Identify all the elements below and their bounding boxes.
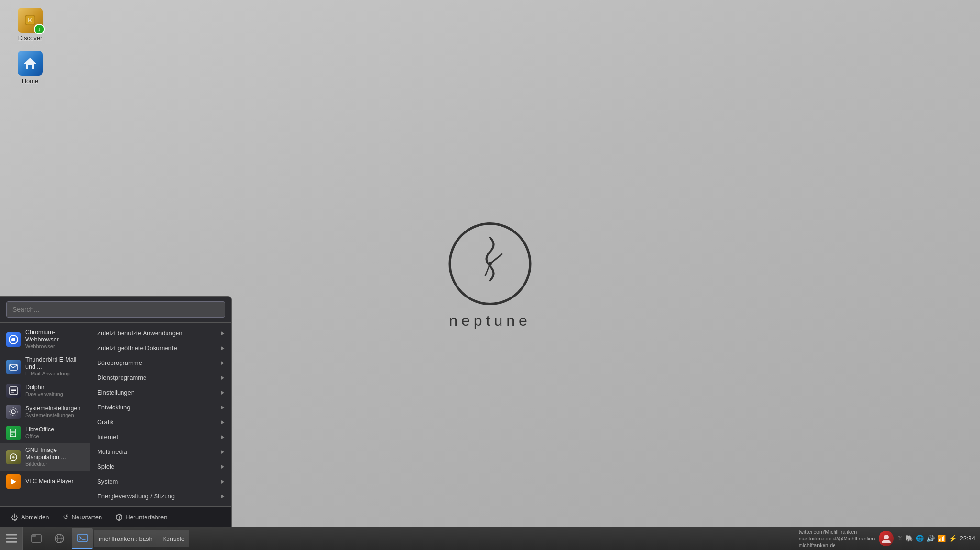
- desktop-icon-home[interactable]: Home: [9, 48, 52, 88]
- svg-point-16: [10, 408, 17, 416]
- dolphin-sub: Dateiverwaltung: [25, 391, 63, 397]
- terminal-label-text: michlfranken : bash — Konsole: [99, 535, 185, 542]
- tray-icons: 𝕏 🐘 🌐 🔊 📶 ⚡ 22:34: [898, 535, 975, 542]
- desktop-icon-discover[interactable]: K ↓ Discover: [9, 5, 52, 44]
- category-einstellungen-arrow: ▶: [221, 389, 224, 396]
- gimp-text: GNU Image Manipulation ... Bildeditor: [25, 447, 84, 467]
- sysset-name: Systemeinstellungen: [25, 405, 80, 412]
- category-spiele-label: Spiele: [97, 463, 114, 470]
- category-recently-opened-arrow: ▶: [221, 345, 224, 351]
- home-label: Home: [22, 77, 39, 85]
- start-button[interactable]: [0, 527, 23, 550]
- start-menu: Chromium-Webbrowser Webbrowser Thunderbi…: [0, 296, 232, 527]
- svg-rect-23: [6, 534, 17, 535]
- chromium-text: Chromium-Webbrowser Webbrowser: [25, 329, 84, 350]
- dolphin-icon: [6, 384, 21, 398]
- gimp-icon: [6, 450, 21, 464]
- twitter-link: twitter.com/MichlFranken: [799, 528, 875, 535]
- menu-item-thunderbird[interactable]: Thunderbird E-Mail und ... E-Mail-Anwend…: [0, 353, 90, 380]
- category-energie-arrow: ▶: [221, 493, 224, 499]
- desktop: K ↓ Discover Home n: [0, 0, 980, 550]
- home-icon: [18, 51, 43, 76]
- menu-item-vlc[interactable]: VLC Media Player: [0, 471, 90, 492]
- mastodon-icon: 🐘: [905, 535, 913, 542]
- user-avatar[interactable]: [879, 531, 894, 546]
- category-buero[interactable]: Büroprogramme ▶: [90, 355, 231, 370]
- category-energie[interactable]: Energieverwaltung / Sitzung ▶: [90, 489, 231, 504]
- svg-rect-31: [78, 534, 87, 542]
- category-buero-arrow: ▶: [221, 360, 224, 366]
- menu-item-dolphin[interactable]: Dolphin Dateiverwaltung: [0, 380, 90, 401]
- category-system-label: System: [97, 478, 118, 485]
- sysset-sub: Systemeinstellungen: [25, 412, 80, 418]
- libreoffice-text: LibreOffice Office: [25, 426, 54, 440]
- svg-rect-25: [6, 541, 17, 542]
- svg-text:K: K: [28, 16, 33, 24]
- svg-rect-14: [11, 392, 14, 393]
- libreoffice-icon: [6, 426, 21, 440]
- terminal-label[interactable]: michlfranken : bash — Konsole: [94, 530, 189, 547]
- category-system[interactable]: System ▶: [90, 474, 231, 489]
- category-multimedia[interactable]: Multimedia ▶: [90, 444, 231, 459]
- action-neustarten[interactable]: ↺ Neustarten: [56, 510, 109, 524]
- category-recently-used[interactable]: Zuletzt benutzte Anwendungen ▶: [90, 326, 231, 341]
- search-input[interactable]: [6, 301, 225, 318]
- website-icon: 🌐: [916, 535, 924, 542]
- neptune-circle-svg: [447, 221, 533, 307]
- twitter-icon: 𝕏: [898, 535, 902, 542]
- sysset-icon: [6, 405, 21, 419]
- category-internet[interactable]: Internet ▶: [90, 429, 231, 444]
- battery-icon: ⚡: [948, 535, 957, 542]
- menu-item-libreoffice[interactable]: LibreOffice Office: [0, 422, 90, 443]
- neustarten-label: Neustarten: [72, 514, 102, 521]
- category-grafik-label: Grafik: [97, 418, 114, 426]
- action-abmelden[interactable]: ⏻ Abmelden: [4, 510, 56, 524]
- category-entwicklung[interactable]: Entwicklung ▶: [90, 400, 231, 415]
- taskbar-app-terminal[interactable]: [72, 528, 93, 549]
- discover-label: Discover: [18, 34, 43, 42]
- svg-point-15: [11, 410, 15, 414]
- category-internet-arrow: ▶: [221, 434, 224, 440]
- menu-item-chromium[interactable]: Chromium-Webbrowser Webbrowser: [0, 326, 90, 353]
- discover-icon: K ↓: [18, 8, 43, 33]
- action-herunterfahren[interactable]: ⏼ Herunterfahren: [109, 510, 174, 524]
- menu-item-systemeinstellungen[interactable]: Systemeinstellungen Systemeinstellungen: [0, 401, 90, 422]
- svg-rect-12: [11, 389, 16, 390]
- category-entwicklung-arrow: ▶: [221, 404, 224, 410]
- neustarten-icon: ↺: [63, 513, 69, 521]
- svg-line-7: [485, 264, 490, 276]
- libreoffice-sub: Office: [25, 433, 54, 440]
- category-internet-label: Internet: [97, 433, 118, 440]
- category-einstellungen[interactable]: Einstellungen ▶: [90, 385, 231, 400]
- svg-rect-3: [28, 65, 32, 69]
- network-icon[interactable]: 📶: [937, 535, 946, 542]
- svg-line-6: [490, 254, 502, 264]
- tray-social-links: twitter.com/MichlFranken mastodon.social…: [799, 528, 875, 549]
- herunterfahren-icon: ⏼: [115, 513, 122, 521]
- category-spiele[interactable]: Spiele ▶: [90, 459, 231, 474]
- menu-apps-panel: Chromium-Webbrowser Webbrowser Thunderbi…: [0, 323, 90, 506]
- herunterfahren-label: Herunterfahren: [125, 514, 167, 521]
- taskbar-app-browser[interactable]: [49, 528, 70, 549]
- menu-item-gimp[interactable]: GNU Image Manipulation ... Bildeditor: [0, 443, 90, 471]
- gimp-name: GNU Image Manipulation ...: [25, 447, 84, 461]
- category-spiele-arrow: ▶: [221, 463, 224, 470]
- volume-icon[interactable]: 🔊: [926, 535, 935, 542]
- taskbar-app-files[interactable]: [26, 528, 47, 549]
- menu-body: Chromium-Webbrowser Webbrowser Thunderbi…: [0, 323, 231, 506]
- neptune-logo: neptune: [447, 221, 533, 330]
- svg-point-33: [884, 535, 889, 539]
- category-grafik[interactable]: Grafik ▶: [90, 415, 231, 429]
- chromium-icon: [6, 332, 21, 347]
- vlc-text: VLC Media Player: [25, 478, 74, 485]
- category-recently-opened[interactable]: Zuletzt geöffnete Dokumente ▶: [90, 341, 231, 355]
- svg-rect-13: [11, 390, 16, 391]
- category-multimedia-label: Multimedia: [97, 448, 127, 455]
- taskbar-apps: michlfranken : bash — Konsole: [23, 528, 799, 549]
- category-dienst[interactable]: Dienstprogramme ▶: [90, 370, 231, 385]
- category-recently-opened-label: Zuletzt geöffnete Dokumente: [97, 344, 177, 352]
- category-dienst-arrow: ▶: [221, 374, 224, 381]
- system-tray: twitter.com/MichlFranken mastodon.social…: [799, 528, 980, 549]
- gimp-sub: Bildeditor: [25, 461, 84, 467]
- thunderbird-text: Thunderbird E-Mail und ... E-Mail-Anwend…: [25, 356, 84, 377]
